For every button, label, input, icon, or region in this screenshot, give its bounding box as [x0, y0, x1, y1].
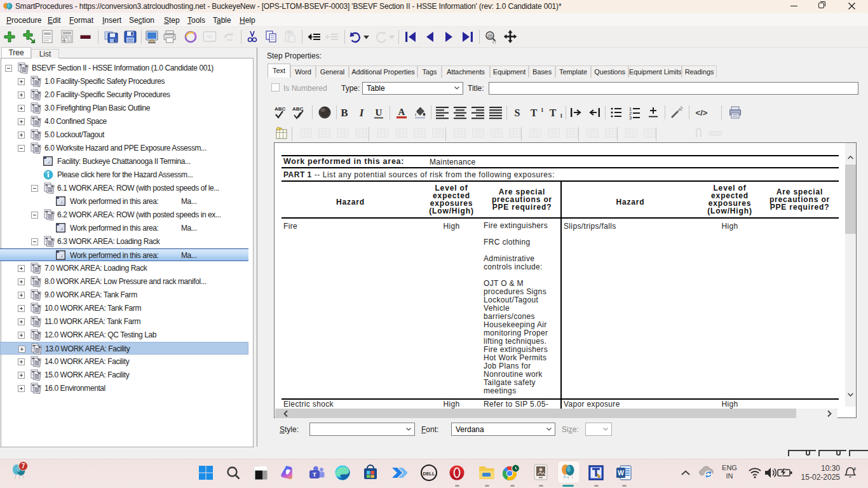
svg-text:I: I: [359, 107, 365, 119]
svg-text:T: T: [531, 107, 538, 118]
svg-text:ABC: ABC: [292, 106, 304, 112]
svg-text:A: A: [398, 107, 405, 117]
svg-text:DELL: DELL: [423, 471, 435, 476]
svg-text:@: @: [487, 33, 492, 39]
svg-text:W: W: [618, 469, 624, 477]
svg-text:</>: </>: [696, 108, 708, 118]
svg-text:U: U: [376, 107, 383, 118]
svg-text:B: B: [341, 107, 348, 119]
svg-text:T: T: [550, 107, 557, 118]
svg-text:1: 1: [541, 107, 544, 113]
svg-text:ABC: ABC: [275, 106, 286, 112]
svg-text:1: 1: [560, 112, 563, 119]
svg-text:7: 7: [22, 463, 25, 470]
svg-text:3: 3: [629, 115, 632, 120]
svg-text:z: z: [854, 466, 857, 471]
svg-text:T: T: [313, 471, 316, 478]
svg-text:S: S: [515, 107, 520, 118]
